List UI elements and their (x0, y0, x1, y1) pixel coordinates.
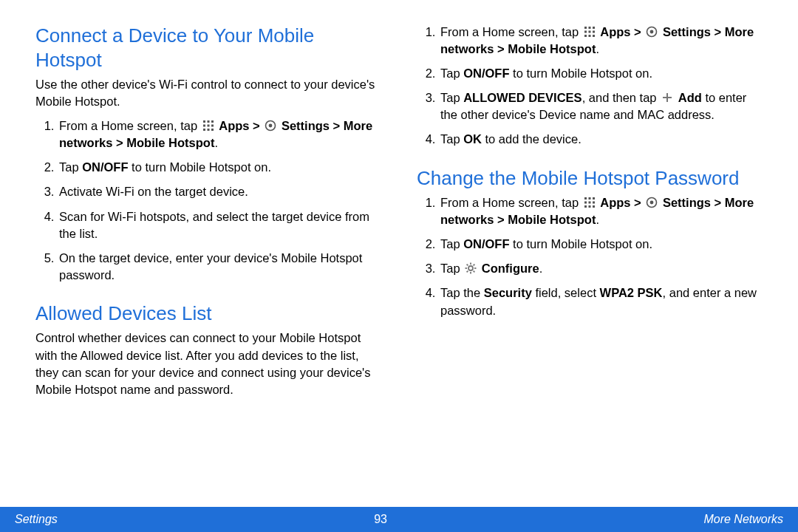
text: to turn Mobile Hotspot on. (129, 160, 272, 174)
text: to turn Mobile Hotspot on. (510, 66, 653, 80)
text-bold: WPA2 PSK (600, 286, 663, 299)
settings-icon (646, 196, 658, 208)
text: From a Home screen, tap (59, 119, 201, 132)
text: . (539, 262, 543, 275)
text-bold: Security (484, 286, 532, 299)
text-bold: Configure (482, 262, 539, 275)
text: field, select (532, 286, 600, 299)
text: to turn Mobile Hotspot on. (510, 237, 653, 250)
steps-allowed: From a Home screen, tap Apps > Settings … (417, 24, 763, 149)
list-item: On the target device, enter your device'… (58, 250, 381, 284)
page-footer: Settings 93 More Networks (0, 507, 798, 532)
list-item: Tap ON/OFF to turn Mobile Hotspot on. (58, 159, 381, 176)
intro-connect: Use the other device's Wi-Fi control to … (35, 76, 381, 110)
text: Tap (440, 91, 463, 104)
text: . (596, 213, 599, 226)
list-item: Tap OK to add the device. (439, 131, 763, 148)
settings-icon (265, 119, 276, 131)
footer-page-number: 93 (374, 513, 387, 526)
list-item: Activate Wi-Fi on the target device. (58, 183, 381, 200)
plus-icon (661, 91, 673, 103)
list-item: From a Home screen, tap Apps > Settings … (58, 117, 381, 151)
steps-connect: From a Home screen, tap Apps > Settings … (35, 117, 381, 284)
text-bold: Apps > (600, 25, 644, 38)
text: From a Home screen, tap (440, 196, 582, 209)
text: From a Home screen, tap (440, 25, 582, 38)
heading-allowed-devices: Allowed Devices List (35, 301, 381, 326)
text: to add the device. (482, 132, 582, 146)
footer-left: Settings (15, 513, 58, 526)
list-item: Tap the Security field, select WPA2 PSK,… (439, 284, 763, 318)
text: . (214, 136, 218, 149)
apps-icon (584, 25, 596, 37)
text: Tap (440, 132, 463, 146)
page-body: Connect a Device to Your Mobile Hotspot … (0, 0, 798, 507)
intro-allowed: Control whether devices can connect to y… (35, 330, 381, 398)
text: . (596, 42, 599, 55)
right-column: From a Home screen, tap Apps > Settings … (417, 24, 763, 498)
list-item: Scan for Wi-Fi hotspots, and select the … (58, 208, 381, 242)
list-item: Tap ON/OFF to turn Mobile Hotspot on. (439, 65, 763, 82)
text-bold: ON/OFF (82, 160, 128, 174)
text: Tap (440, 66, 463, 80)
gear-icon (465, 262, 477, 273)
text: Tap (59, 160, 82, 174)
list-item: Tap Configure. (439, 260, 763, 277)
text: Tap (440, 237, 463, 250)
list-item: Tap ON/OFF to turn Mobile Hotspot on. (439, 236, 763, 253)
heading-connect-device: Connect a Device to Your Mobile Hotspot (35, 24, 381, 72)
text-bold: ALLOWED DEVICES (463, 91, 582, 104)
list-item: Tap ALLOWED DEVICES, and then tap Add to… (439, 89, 763, 123)
text: , and then tap (582, 91, 661, 104)
settings-icon (646, 25, 658, 37)
heading-change-password: Change the Mobile Hotspot Password (417, 166, 763, 191)
list-item: From a Home screen, tap Apps > Settings … (439, 24, 763, 58)
steps-change-password: From a Home screen, tap Apps > Settings … (417, 194, 763, 319)
apps-icon (202, 119, 214, 131)
text-bold: Apps > (219, 119, 263, 132)
text-bold: Apps > (600, 196, 644, 209)
text: Tap (440, 262, 463, 275)
text-bold: ON/OFF (463, 66, 509, 80)
footer-right: More Networks (703, 513, 783, 526)
text-bold: OK (463, 132, 482, 146)
left-column: Connect a Device to Your Mobile Hotspot … (35, 24, 381, 498)
text-bold: Add (678, 91, 702, 104)
apps-icon (584, 196, 596, 208)
list-item: From a Home screen, tap Apps > Settings … (439, 194, 763, 228)
text: Tap the (440, 286, 484, 299)
text-bold: ON/OFF (463, 237, 509, 250)
